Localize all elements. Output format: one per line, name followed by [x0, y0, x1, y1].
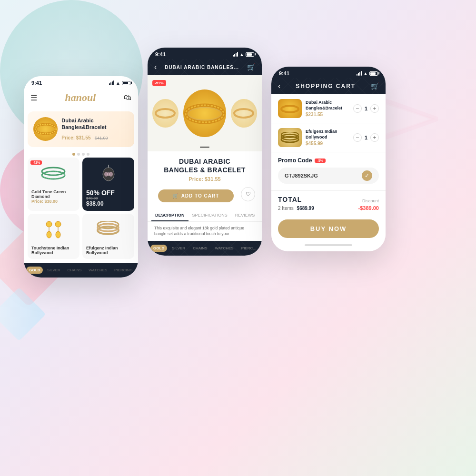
product-image-side-right — [231, 99, 257, 128]
phone2-signal-icon — [233, 52, 238, 57]
phone2-status-bar: 9:41 ▲ — [148, 48, 262, 59]
items-label: 2 Items — [278, 206, 294, 211]
phone-home-screen: 9:41 ▲ ☰ hanoul 🛍 — [24, 76, 138, 278]
hanoul-logo: hanoul — [65, 91, 96, 104]
product-description: This exquisite and elegant 18k gold plat… — [148, 222, 262, 241]
cart-item-2-info: Efulgenz Indian Bollywood $455.99 — [306, 129, 349, 146]
phone2-nav-watches[interactable]: WATCHES — [212, 245, 237, 252]
back-button[interactable]: ‹ — [154, 63, 157, 71]
phone2-cart-button[interactable]: 🛒 — [247, 63, 255, 71]
phone2-nav-piercing[interactable]: PIERC... — [238, 245, 259, 252]
total-label: TOTAL — [278, 196, 302, 203]
product-image-side-left — [152, 99, 178, 128]
phone2-nav-chains[interactable]: CHAINS — [190, 245, 210, 252]
nav-piercing[interactable]: PIERCING — [111, 267, 136, 274]
menu-icon[interactable]: ☰ — [30, 93, 37, 102]
product-images-area: -51% — [148, 75, 262, 151]
grid-item-2[interactable]: 50% OFF $78.00 $38.00 — [82, 158, 134, 211]
nav-watches[interactable]: WATCHES — [86, 267, 110, 274]
wishlist-button[interactable]: ♡ — [241, 187, 255, 201]
banner-text-container: Dubai Arabic Bangles&Bracelet Price: $31… — [61, 117, 129, 141]
sale-badge: -51% — [152, 80, 166, 86]
cart-item-2-image — [278, 128, 302, 147]
add-to-cart-button[interactable]: 🛒 ADD TO CART — [158, 189, 234, 202]
product-title: DUBAI ARABICBANGLES & BRACELET — [154, 157, 255, 174]
phone3-back-button[interactable]: ‹ — [278, 82, 280, 90]
phone2-bottom-nav: GOLD SILVER CHAINS WATCHES PIERC... — [148, 241, 262, 256]
grid-item-4[interactable]: Efulgenz Indian Bollywood — [82, 214, 134, 259]
phones-container: 9:41 ▲ ☰ hanoul 🛍 — [24, 48, 386, 278]
qty-increase-1[interactable]: + — [370, 104, 379, 113]
grid-item-4-image — [86, 218, 130, 244]
total-row: TOTAL Discount — [278, 196, 379, 203]
product-info: DUBAI ARABICBANGLES & BRACELET Price: $3… — [148, 151, 262, 210]
dot-1 — [72, 153, 75, 156]
promo-code-input[interactable] — [285, 173, 362, 178]
tab-reviews[interactable]: REVIEWS — [231, 210, 259, 221]
grid-item-3[interactable]: Touchstone Indian Bollywood — [28, 214, 79, 259]
cart-item-1-name: Dubai Arabic Bangles&Bracelet — [306, 100, 349, 111]
grid-item-2-sale: 50% OFF — [86, 189, 130, 196]
dot-2 — [77, 153, 80, 156]
svg-point-26 — [281, 106, 298, 112]
promo-input-row: ✓ — [278, 168, 379, 184]
product-price: Price: $31.55 — [154, 176, 255, 182]
phone2-page-title: DUBAI ARABIC BANGLES... — [165, 65, 239, 70]
qty-value-2: 1 — [365, 135, 367, 140]
home-banner[interactable]: Dubai Arabic Bangles&Bracelet Price: $31… — [28, 111, 134, 147]
phone1-status-icons: ▲ — [109, 80, 130, 86]
grid-item-1-image — [31, 161, 76, 188]
nav-gold[interactable]: GOLD — [26, 267, 43, 274]
price-value: $31.55 — [205, 176, 221, 182]
svg-point-12 — [46, 221, 52, 227]
grid-item-1[interactable]: -42% Gold Tone Green Diamond Price: $38.… — [28, 158, 79, 211]
phone2-header: ‹ DUBAI ARABIC BANGLES... 🛒 — [148, 59, 262, 75]
phone2-nav-gold[interactable]: GOLD — [150, 245, 167, 252]
phone3-status-bar: 9:41 ▲ — [271, 67, 386, 78]
qty-decrease-1[interactable]: − — [353, 104, 362, 113]
phone2-wifi-icon: ▲ — [239, 52, 244, 57]
qty-increase-2[interactable]: + — [370, 133, 379, 142]
buy-now-button[interactable]: BUY NOW — [278, 219, 379, 238]
nav-chains[interactable]: CHAINS — [64, 267, 84, 274]
phone3-signal-icon — [357, 71, 362, 76]
add-to-cart-label: ADD TO CART — [181, 193, 219, 198]
dot-3 — [82, 153, 85, 156]
phone2-battery-icon — [246, 52, 254, 57]
cart-item-2: Efulgenz Indian Bollywood $455.99 − 1 + — [271, 123, 386, 152]
tab-specifications[interactable]: SPECIFICATIONS — [188, 210, 231, 221]
product-tabs: DESCRIPTION SPECIFICATIONS REVIEWS — [148, 210, 262, 222]
phone3-cart-icon[interactable]: 🛒 — [371, 82, 379, 90]
phone2-status-icons: ▲ — [233, 52, 254, 57]
promo-check-button[interactable]: ✓ — [362, 170, 372, 181]
promo-header: Promo Code -5% — [278, 157, 379, 164]
action-buttons-row: 🛒 ADD TO CART ♡ — [154, 186, 255, 202]
banner-product-title: Dubai Arabic Bangles&Bracelet — [61, 117, 129, 131]
cart-icon[interactable]: 🛍 — [124, 93, 131, 102]
qty-decrease-2[interactable]: − — [353, 133, 362, 142]
phone3-page-title: SHOPPING CART — [296, 83, 356, 89]
phone2-nav-silver[interactable]: SILVER — [169, 245, 188, 252]
phone-shopping-cart: 9:41 ▲ ‹ SHOPPING CART 🛒 — [271, 67, 386, 251]
cart-item-2-price: $455.99 — [306, 141, 349, 146]
dot-4 — [87, 153, 89, 156]
tab-description[interactable]: DESCRIPTION — [151, 210, 188, 221]
grid-item-3-image — [31, 218, 76, 244]
svg-point-25 — [234, 109, 253, 118]
phone1-battery-icon — [122, 81, 130, 85]
grid-item-2-old-price: $78.00 — [86, 196, 130, 200]
cart-item-1-qty-controls: − 1 + — [353, 104, 379, 113]
home-indicator — [305, 244, 352, 246]
discount-label: Discount — [362, 198, 379, 203]
phone3-wifi-icon: ▲ — [363, 71, 368, 76]
svg-point-11 — [109, 172, 113, 177]
svg-point-21 — [156, 109, 175, 118]
cart-item-1-image — [278, 99, 302, 118]
phone3-body: Dubai Arabic Bangles&Bracelet $231.55 − … — [271, 94, 386, 251]
nav-silver[interactable]: SILVER — [44, 267, 63, 274]
product-grid: -42% Gold Tone Green Diamond Price: $38.… — [24, 158, 138, 263]
cart-item-2-qty-controls: − 1 + — [353, 133, 379, 142]
phone3-header: ‹ SHOPPING CART 🛒 — [271, 78, 386, 94]
promo-section: Promo Code -5% ✓ — [271, 152, 386, 188]
phone2-time: 9:41 — [155, 51, 166, 57]
